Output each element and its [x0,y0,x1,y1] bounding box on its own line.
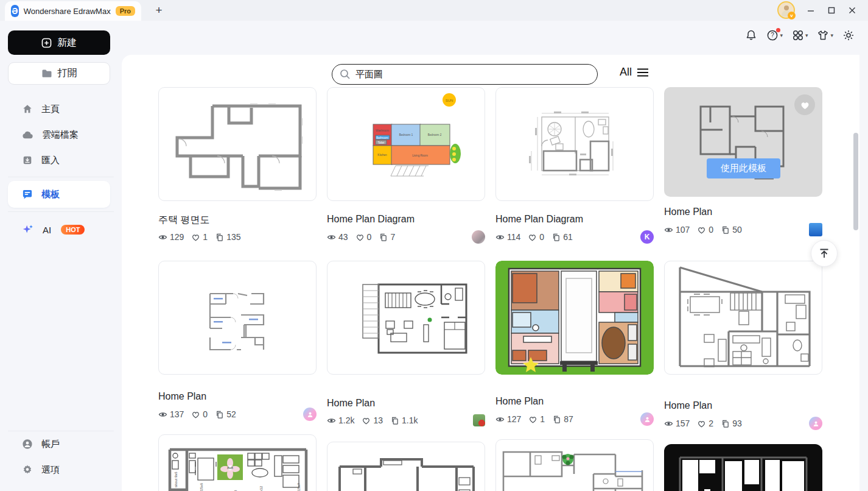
template-card-hovered[interactable]: 使用此模板 Home Plan 107 0 50 [664,87,822,261]
svg-text:Bedroom 1: Bedroom 1 [399,133,413,136]
views-icon [158,233,167,242]
app-tab[interactable]: Ə Wondershare EdrawMax Pro [5,1,141,21]
template-card[interactable]: Home Plan Diagram 114 0 61 K [495,87,654,261]
svg-text:Toilet: Toilet [378,141,385,144]
template-card[interactable]: 주택 평면도 129 1 135 [158,87,317,261]
hot-badge: HOT [61,225,85,235]
template-card[interactable]: Home Plan 127 1 87 [495,261,654,434]
settings-button[interactable] [842,29,855,41]
sidebar-item-import[interactable]: 匯入 [8,147,110,173]
views-count: 1.2k [338,415,354,425]
template-thumbnail[interactable] [327,261,485,375]
sidebar-item-label: AI [43,225,51,235]
template-title: Home Plan Diagram [327,214,485,225]
views-count: 114 [507,232,520,242]
template-thumbnail[interactable] [495,261,654,375]
minimize-icon [807,6,815,15]
theme-menu-button[interactable]: ▾ [817,29,833,41]
chevron-down-icon: ▾ [830,32,833,38]
home-icon [22,104,33,115]
template-thumbnail[interactable] [327,442,485,491]
views-count: 157 [676,419,690,428]
user-avatar[interactable]: v [777,1,795,19]
template-thumbnail[interactable]: sitout 9x6 15x6 5x9.5 8x8 7x8 15x12 15x7 [158,434,317,491]
template-thumbnail[interactable]: SUN Was [327,87,485,201]
apps-grid-icon [792,29,804,41]
notifications-button[interactable] [745,29,757,41]
floor-plan-preview [159,261,317,375]
copies-icon [215,410,224,419]
favorite-button[interactable] [794,94,815,115]
help-menu-button[interactable]: ? ▾ [766,29,783,41]
likes-count: 1 [540,414,545,424]
likes-count: 0 [203,409,208,419]
template-title: Home Plan [664,400,822,411]
new-document-button[interactable]: 新建 [8,30,110,55]
template-thumbnail[interactable]: 使用此模板 [664,87,822,197]
close-button[interactable] [844,3,861,18]
template-card[interactable]: SUN Was [327,87,485,261]
chevron-down-icon: ▾ [805,32,808,38]
template-thumbnail[interactable] [495,87,654,201]
sidebar-item-label: 雲端檔案 [42,129,79,141]
template-thumbnail[interactable] [158,87,317,201]
minimize-button[interactable] [802,3,819,18]
template-title: Home Plan Diagram [495,214,654,225]
likes-icon [355,233,365,242]
views-icon [158,410,167,419]
floor-plan-preview: sitout 9x6 15x6 5x9.5 8x8 7x8 15x12 15x7 [159,435,317,491]
likes-count: 0 [539,232,544,242]
search-input[interactable] [332,64,598,85]
sidebar-divider [8,177,114,177]
apps-menu-button[interactable]: ▾ [792,29,808,41]
header-actions: ? ▾ ▾ ▾ [745,29,855,41]
open-document-label: 打開 [58,67,77,80]
sidebar-item-ai[interactable]: AI HOT [8,217,110,242]
sidebar-item-templates[interactable]: 模板 [8,181,110,208]
hamburger-icon [637,68,649,77]
copies-icon [215,233,224,242]
template-card[interactable]: sitout 9x6 15x6 5x9.5 8x8 7x8 15x12 15x7 [158,434,317,491]
copies-count: 50 [732,225,742,235]
edrawmax-logo-icon: Ə [11,5,19,17]
views-count: 127 [507,414,521,424]
scrollbar-thumb[interactable] [853,133,858,230]
sidebar-item-home[interactable]: 主頁 [8,96,110,122]
floor-plan-preview [664,434,822,491]
template-thumbnail[interactable] [664,261,822,375]
template-card[interactable] [664,434,822,491]
template-stats: 43 0 7 [327,230,485,244]
template-thumbnail[interactable] [664,434,822,491]
author-avatar [809,223,822,236]
template-card[interactable] [495,434,654,491]
sidebar-item-label: 帳戶 [41,439,60,450]
maximize-button[interactable] [823,3,840,18]
template-card[interactable]: Home Plan 157 2 93 [664,261,822,434]
template-stats: 137 0 52 [158,408,317,421]
search-icon [340,69,351,80]
open-document-button[interactable]: 打開 [8,62,110,85]
sidebar-item-options[interactable]: 選項 [8,457,110,482]
likes-count: 1 [203,232,208,242]
template-grid: 주택 평면도 129 1 135 SUN [158,87,822,491]
template-card[interactable]: Home Plan 1.2k 13 1.1k [327,261,485,434]
template-thumbnail[interactable] [158,261,317,375]
template-icon [22,189,33,199]
likes-count: 0 [367,232,372,242]
sidebar-item-account[interactable]: 帳戶 [8,431,110,457]
views-count: 137 [170,409,184,419]
views-icon [664,419,673,428]
template-stats: 107 0 50 [664,223,822,236]
new-tab-button[interactable]: + [151,2,167,18]
template-stats: 157 2 93 [664,417,822,430]
scroll-to-top-button[interactable] [811,240,838,267]
template-card[interactable] [327,434,485,491]
template-thumbnail[interactable] [495,439,654,491]
use-template-button[interactable]: 使用此模板 [707,158,780,178]
filter-label: All [620,66,632,79]
copies-icon [390,416,399,425]
template-card[interactable]: Home Plan 137 0 52 [158,261,317,434]
sidebar-item-cloud-files[interactable]: 雲端檔案 [8,122,110,147]
filter-all-button[interactable]: All [620,66,649,79]
copies-count: 7 [390,232,395,242]
